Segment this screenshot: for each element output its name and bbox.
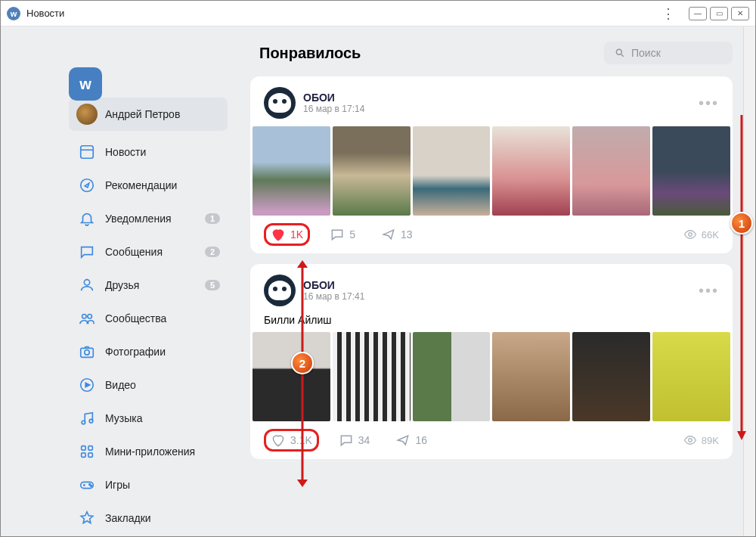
svg-rect-10	[82, 446, 86, 451]
like-button[interactable]: 3.1K	[264, 429, 319, 452]
share-icon	[395, 433, 411, 448]
sidebar-user-row[interactable]: Андрей Петров	[69, 98, 228, 131]
svg-point-19	[689, 439, 692, 442]
photo-thumbnail[interactable]	[253, 126, 330, 216]
post-more-icon[interactable]: •••	[699, 95, 719, 112]
photo-thumbnail[interactable]	[572, 332, 650, 421]
avatar	[76, 104, 98, 125]
photo-thumbnail[interactable]	[652, 332, 730, 421]
post-date: 16 мар в 17:41	[303, 291, 699, 302]
titlebar: w Новости ⋮ — ▭ ✕	[1, 1, 755, 26]
photo-thumbnail[interactable]	[492, 126, 570, 216]
sidebar-item-video[interactable]: Видео	[69, 368, 228, 402]
scrollbar-up-icon[interactable]: ▲	[745, 26, 754, 37]
sidebar-item-notifications[interactable]: Уведомления 1	[69, 202, 228, 235]
heart-icon	[271, 227, 286, 242]
svg-point-6	[85, 350, 89, 355]
sidebar-item-miniapps[interactable]: Мини-приложения	[69, 435, 228, 468]
callout-badge-2: 2	[291, 352, 314, 374]
views-count: 89K	[683, 433, 719, 447]
gamepad-icon	[76, 474, 98, 495]
sidebar-item-messages[interactable]: Сообщения 2	[69, 235, 228, 268]
svg-rect-11	[88, 446, 93, 451]
svg-rect-13	[88, 453, 93, 458]
close-button[interactable]: ✕	[731, 7, 749, 20]
svg-point-3	[82, 315, 87, 319]
app-window: w Новости ⋮ — ▭ ✕ w Андрей Петров Новост…	[0, 0, 756, 537]
post-author[interactable]: ОБОИ	[303, 279, 699, 291]
heart-icon	[271, 433, 286, 448]
scrollbar-down-icon[interactable]: ▼	[745, 526, 754, 536]
bell-icon	[76, 208, 98, 229]
camera-icon	[76, 341, 98, 362]
sidebar: Андрей Петров Новости Рекомендации Уведо…	[1, 26, 243, 536]
minimize-button[interactable]: —	[689, 7, 707, 20]
vk-logo-icon[interactable]: w	[69, 67, 102, 101]
svg-point-8	[82, 421, 85, 424]
sidebar-item-bookmarks[interactable]: Закладки	[69, 501, 228, 535]
compass-icon	[76, 175, 98, 196]
sidebar-item-friends[interactable]: Друзья 5	[69, 268, 228, 302]
photo-thumbnail[interactable]	[652, 126, 730, 216]
svg-rect-0	[81, 146, 94, 159]
comment-button[interactable]: 5	[324, 224, 361, 245]
post-footer: 1K 5 13 66K	[250, 216, 733, 253]
callout-badge-1: 1	[730, 212, 753, 234]
sidebar-item-music[interactable]: Музыка	[69, 402, 228, 435]
main-content: Понравилось Поиск ОБОИ 16 мар в 17:14 ••…	[243, 26, 755, 536]
photo-thumbnail[interactable]	[413, 332, 491, 421]
post-footer: 3.1K 34 16 89K	[250, 421, 733, 459]
post-more-icon[interactable]: •••	[699, 282, 719, 300]
svg-point-2	[84, 280, 89, 285]
titlebar-menu-icon[interactable]: ⋮	[662, 5, 677, 22]
maximize-button[interactable]: ▭	[710, 7, 728, 20]
comment-icon	[330, 227, 345, 242]
message-icon	[76, 241, 98, 262]
svg-marker-24	[297, 480, 308, 487]
like-button[interactable]: 1K	[264, 223, 310, 246]
share-button[interactable]: 16	[389, 430, 433, 451]
main-header: Понравилось Поиск	[250, 42, 733, 64]
views-count: 66K	[683, 228, 719, 241]
comment-button[interactable]: 34	[333, 430, 376, 451]
svg-point-16	[91, 485, 92, 486]
post-card: ОБОИ 16 мар в 17:41 ••• Билли Айлиш	[250, 264, 733, 459]
photo-thumbnail[interactable]	[333, 332, 411, 421]
svg-marker-21	[737, 431, 746, 440]
post-header: ОБОИ 16 мар в 17:41 •••	[250, 264, 733, 314]
app-body: w Андрей Петров Новости Рекомендации Ув	[1, 26, 755, 536]
photo-thumbnail[interactable]	[413, 126, 491, 216]
post-author[interactable]: ОБОИ	[303, 92, 699, 104]
badge-notifications: 1	[205, 213, 220, 224]
photo-thumbnail[interactable]	[492, 332, 570, 421]
video-icon	[76, 374, 98, 396]
badge-messages: 2	[205, 247, 220, 257]
post-gallery	[250, 126, 733, 216]
music-icon	[76, 408, 98, 429]
search-input[interactable]: Поиск	[604, 42, 733, 64]
annotation-arrow-vertical	[737, 115, 746, 440]
sidebar-item-news[interactable]: Новости	[69, 135, 228, 169]
photo-thumbnail[interactable]	[572, 126, 650, 216]
sidebar-item-games[interactable]: Игры	[69, 468, 228, 501]
sidebar-item-photos[interactable]: Фотографии	[69, 335, 228, 368]
photo-thumbnail[interactable]	[333, 126, 411, 216]
comment-icon	[339, 433, 354, 448]
post-text: Билли Айлиш	[250, 314, 733, 332]
svg-rect-12	[82, 453, 86, 458]
photo-thumbnail[interactable]	[253, 332, 330, 421]
sidebar-item-communities[interactable]: Сообщества	[69, 302, 228, 335]
badge-friends: 5	[205, 280, 220, 290]
community-avatar[interactable]	[264, 275, 296, 306]
community-avatar[interactable]	[264, 87, 296, 119]
eye-icon	[683, 228, 697, 241]
post-date: 16 мар в 17:14	[303, 104, 699, 114]
communities-icon	[76, 308, 98, 329]
window-title: Новости	[26, 8, 64, 19]
share-button[interactable]: 13	[375, 224, 419, 245]
post-card: ОБОИ 16 мар в 17:14 ••• 1K	[250, 76, 733, 253]
scrollbar-thumb[interactable]	[745, 140, 754, 193]
news-icon	[76, 141, 98, 163]
sidebar-item-recommendations[interactable]: Рекомендации	[69, 169, 228, 202]
svg-point-18	[689, 233, 692, 237]
